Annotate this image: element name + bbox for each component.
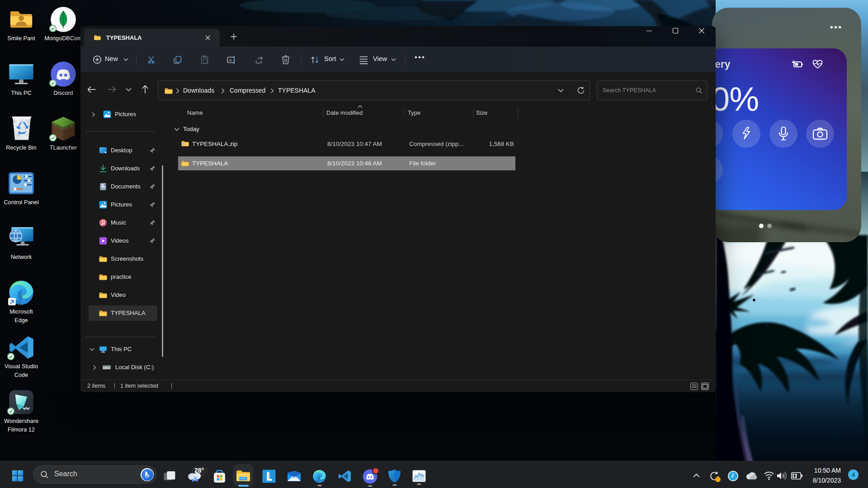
svg-text:A: A <box>229 58 232 62</box>
